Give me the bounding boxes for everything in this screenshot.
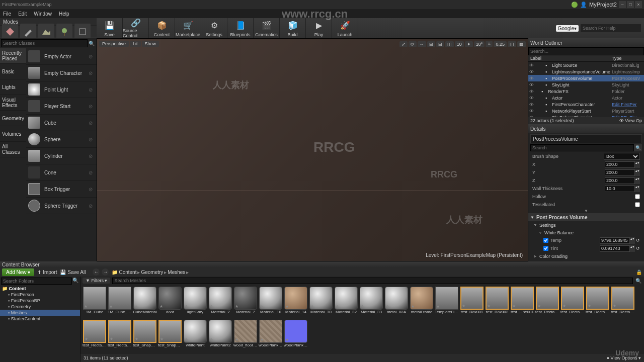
- asset-test_rectangle001[interactable]: ★test_Rectangle001: [535, 287, 559, 319]
- filters-button[interactable]: ▼ Filters ▾: [83, 278, 110, 284]
- outliner-view-options[interactable]: 👁 View Op: [619, 118, 642, 123]
- place-item-player-start[interactable]: Player Start⊘: [26, 98, 97, 115]
- toolbar-launch-button[interactable]: 🚀Launch: [332, 18, 358, 38]
- category-basic[interactable]: Basic: [0, 64, 26, 79]
- asset-material_30[interactable]: ★Material_30: [309, 287, 333, 319]
- outliner-row[interactable]: 👁▪SkyLightSkyLight: [528, 81, 644, 88]
- user-icon[interactable]: 👤: [580, 2, 587, 8]
- paint-mode-tab[interactable]: [20, 24, 36, 40]
- pin-icon[interactable]: ⊘: [89, 187, 95, 192]
- place-item-sphere[interactable]: Sphere⊘: [26, 131, 97, 148]
- asset-test_line001[interactable]: ★test_Line001: [510, 287, 534, 319]
- crumb-meshes[interactable]: Meshes: [168, 269, 185, 275]
- asset-metal_02a[interactable]: ★metal_02A: [384, 287, 409, 319]
- wall-thickness-input[interactable]: [605, 186, 635, 192]
- asset-material_10[interactable]: ★Material_10: [259, 287, 283, 319]
- eye-icon[interactable]: 👁: [529, 109, 534, 114]
- asset-1m_cube_chamfer[interactable]: ★1M_Cube_Chamfer: [108, 287, 132, 319]
- foliage-mode-tab[interactable]: [56, 24, 72, 40]
- search-help-input[interactable]: [581, 24, 641, 32]
- asset-test_rectangle004[interactable]: ★test_Rectangle004: [611, 287, 635, 319]
- asset-test_shape001[interactable]: ★test_Shape001: [133, 320, 157, 352]
- toolbar-blueprints-button[interactable]: 📘Blueprints: [227, 18, 254, 38]
- eye-icon[interactable]: 👁: [529, 69, 534, 74]
- spinner-icon[interactable]: ▴▾: [635, 186, 640, 192]
- outliner-row[interactable]: 👁▪FirstPersonCharacterEdit FirstPer: [528, 101, 644, 108]
- brush-shape-select[interactable]: Box: [604, 153, 640, 160]
- viewport-btn-3[interactable]: ⊞: [427, 41, 435, 47]
- asset-wood_floor_05a[interactable]: ★wood_floor_05a: [233, 320, 258, 352]
- spinner-icon[interactable]: ▴▾: [635, 169, 640, 176]
- viewport-btn-11[interactable]: ◫: [508, 41, 516, 47]
- place-item-cone[interactable]: Cone⊘: [26, 164, 97, 181]
- asset-cubematerial[interactable]: ★CubeMaterial: [133, 287, 157, 319]
- toolbar-content-button[interactable]: 📦Content: [149, 18, 175, 38]
- pin-icon[interactable]: ⊘: [89, 54, 95, 59]
- toolbar-cinematics-button[interactable]: 🎬Cinematics: [254, 18, 280, 38]
- asset-woodplank_05[interactable]: ★woodPlank_05: [259, 320, 283, 352]
- details-sub-color-grading[interactable]: ▹Color Grading: [528, 252, 644, 260]
- tree-node-firstpersonbp[interactable]: ▫ FirstPersonBP: [0, 298, 80, 304]
- nav-fwd-button[interactable]: →: [102, 268, 109, 276]
- tree-node-meshes[interactable]: ▫ Meshes: [0, 310, 80, 316]
- pin-icon[interactable]: ⊘: [89, 203, 95, 209]
- place-item-cube[interactable]: Cube⊘: [26, 115, 97, 131]
- asset-lightgray[interactable]: ★lightGray: [183, 287, 207, 319]
- spinner-icon[interactable]: ▴▾: [630, 245, 635, 252]
- spinner-icon[interactable]: ▴▾: [635, 161, 640, 168]
- asset-material_32[interactable]: ★Material_32: [334, 287, 358, 319]
- minimize-button[interactable]: –: [619, 1, 626, 8]
- place-item-empty-character[interactable]: Empty Character⊘: [26, 65, 97, 81]
- place-item-box-trigger[interactable]: Box Trigger⊘: [26, 181, 97, 198]
- toolbar-build-button[interactable]: 🧊Build: [280, 18, 306, 38]
- lock-icon[interactable]: 🔒: [636, 269, 642, 275]
- details-actor-name[interactable]: PostProcessVolume: [530, 134, 642, 143]
- pin-icon[interactable]: ⊘: [89, 153, 95, 159]
- outliner-row[interactable]: 👁▪Light SourceDirectionalLig: [528, 62, 644, 68]
- crumb-geometry[interactable]: Geometry: [141, 269, 163, 275]
- viewport-btn-10[interactable]: 0.25: [494, 41, 507, 47]
- asset-material_33[interactable]: ★Material_33: [359, 287, 383, 319]
- menu-file[interactable]: File: [3, 11, 11, 17]
- asset-whitepaint[interactable]: ★whitePaint: [183, 320, 207, 352]
- eye-icon[interactable]: 👁: [529, 102, 534, 107]
- tree-node-firstperson[interactable]: ▫ FirstPerson: [0, 292, 80, 298]
- white-balance-row[interactable]: ▿White Balance: [528, 229, 644, 236]
- temp-checkbox[interactable]: [543, 238, 548, 243]
- viewport-lit-dropdown[interactable]: Lit: [130, 41, 141, 47]
- pin-icon[interactable]: ⊘: [89, 70, 95, 76]
- view-options-button[interactable]: ● View Options ▾: [607, 355, 641, 360]
- asset-material_2[interactable]: ★Material_2: [208, 287, 232, 319]
- spinner-icon[interactable]: ▴▾: [635, 177, 640, 184]
- menu-help[interactable]: Help: [59, 11, 69, 17]
- viewport-btn-6[interactable]: 10: [455, 41, 464, 47]
- viewport-btn-9[interactable]: ⌗: [486, 41, 493, 47]
- outliner-row[interactable]: 👁▪PostProcessVolumePostProcessV: [528, 75, 644, 81]
- menu-edit[interactable]: Edit: [18, 11, 27, 17]
- spinner-icon[interactable]: ▴▾: [630, 237, 635, 244]
- tree-node-content[interactable]: 📁 Content: [0, 286, 80, 292]
- add-new-button[interactable]: Add New ▾: [2, 268, 34, 276]
- viewport-btn-7[interactable]: ✦: [465, 41, 473, 47]
- place-mode-tab[interactable]: [2, 24, 18, 40]
- category-recently-placed[interactable]: Recently Placed: [0, 48, 26, 64]
- asset-door[interactable]: ★door: [158, 287, 182, 319]
- settings-row[interactable]: ▿Settings: [528, 221, 644, 229]
- category-all-classes[interactable]: All Classes: [0, 142, 26, 157]
- asset-search-input[interactable]: [112, 278, 633, 284]
- tree-node-startercontent[interactable]: ▫ StarterContent: [0, 316, 80, 322]
- tint-input[interactable]: [600, 245, 630, 252]
- category-geometry[interactable]: Geometry: [0, 111, 26, 126]
- pin-icon[interactable]: ⊘: [89, 137, 95, 142]
- x-input[interactable]: [605, 161, 635, 168]
- tree-node-geometry[interactable]: ▫ Geometry: [0, 304, 80, 310]
- viewport-btn-8[interactable]: 10°: [474, 41, 485, 47]
- crumb-content[interactable]: Content: [119, 269, 136, 275]
- viewport-btn-12[interactable]: ▦: [517, 41, 526, 47]
- place-item-cylinder[interactable]: Cylinder⊘: [26, 148, 97, 164]
- asset-test_shape002[interactable]: ★test_Shape002: [158, 320, 182, 352]
- outliner-row[interactable]: 👁▪ActorActor: [528, 95, 644, 101]
- toolbar-save-button[interactable]: 💾Save: [97, 18, 123, 38]
- toolbar-play-button[interactable]: ▶Play: [306, 18, 332, 38]
- outliner-col-label[interactable]: Label: [530, 56, 612, 61]
